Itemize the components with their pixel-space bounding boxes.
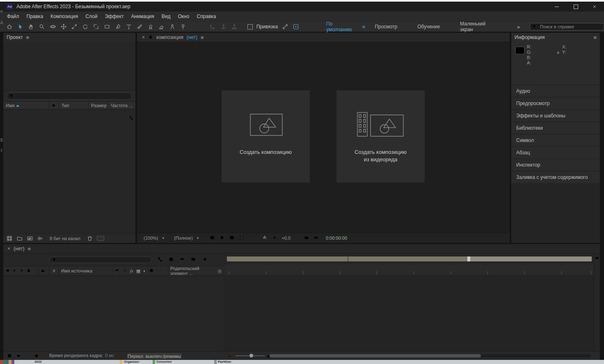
menu-item-layer[interactable]: Слой: [82, 14, 101, 19]
chevron-down-icon[interactable]: ▾: [162, 236, 164, 240]
3d-layer-switch-icon[interactable]: [149, 268, 154, 274]
layer-list-area[interactable]: [3, 276, 224, 352]
dolly-camera-tool-icon[interactable]: [71, 23, 78, 30]
snap-along-edges-icon[interactable]: [281, 23, 288, 30]
menu-item-file[interactable]: Файл: [3, 14, 23, 19]
pan-camera-tool-icon[interactable]: [60, 23, 67, 30]
snapshot-camera-icon[interactable]: [304, 235, 309, 241]
snap-checkbox[interactable]: [247, 24, 253, 30]
zoom-tool-icon[interactable]: [38, 23, 45, 30]
selection-tool-icon[interactable]: [16, 23, 23, 30]
mini-flowchart-icon[interactable]: [157, 256, 163, 263]
lock-icon[interactable]: [26, 268, 31, 274]
panel-tab-audio[interactable]: Аудио: [511, 85, 600, 97]
type-tool-icon[interactable]: [125, 23, 132, 30]
menu-item-effect[interactable]: Эффект: [101, 14, 127, 19]
new-composition-icon[interactable]: [27, 235, 33, 242]
project-search-box[interactable]: [7, 92, 132, 100]
zoom-out-mountain-icon[interactable]: [226, 353, 234, 359]
track-area[interactable]: [224, 275, 594, 352]
timeline-vertical-scrollbar[interactable]: [594, 254, 600, 352]
view-options-icon[interactable]: [249, 235, 254, 241]
video-eye-icon[interactable]: [5, 268, 10, 274]
show-snapshot-icon[interactable]: [313, 235, 319, 241]
column-type[interactable]: Тип: [59, 102, 89, 109]
audio-speaker-icon[interactable]: [12, 268, 17, 274]
roto-brush-tool-icon[interactable]: [169, 23, 176, 30]
timeline-panel-menu-icon[interactable]: ≡: [27, 246, 31, 252]
transparency-grid-icon[interactable]: [229, 235, 235, 241]
column-rate[interactable]: Частота ...: [108, 102, 135, 109]
composition-panel-menu-icon[interactable]: ≡: [201, 34, 204, 41]
frame-blending-icon[interactable]: [190, 256, 196, 263]
project-panel-menu-icon[interactable]: ≡: [26, 34, 30, 41]
expand-layer-switches-icon[interactable]: [6, 353, 13, 359]
comp-marker-bin-icon[interactable]: [595, 255, 599, 261]
new-folder-icon[interactable]: [16, 235, 23, 242]
column-label-color[interactable]: [49, 102, 59, 109]
clone-stamp-tool-icon[interactable]: [147, 23, 154, 30]
hand-tool-icon[interactable]: [27, 23, 34, 30]
workspace-tab-review[interactable]: Просмотр: [375, 24, 397, 30]
rotation-tool-icon[interactable]: [82, 23, 89, 30]
brush-tool-icon[interactable]: [136, 23, 143, 30]
workspace-tab-learn[interactable]: Обучение: [417, 24, 440, 30]
panel-tab-libraries[interactable]: Библиотеки: [511, 122, 600, 134]
time-navigator-handle[interactable]: [467, 256, 470, 261]
timeline-horizontal-scrollbar[interactable]: [269, 354, 591, 357]
interpret-footage-icon[interactable]: [6, 235, 13, 242]
delete-trash-icon[interactable]: [87, 235, 93, 242]
panel-tab-paragraph[interactable]: Абзац: [511, 147, 600, 158]
rectangle-tool-icon[interactable]: [103, 23, 110, 30]
panel-tab-preview[interactable]: Предпросмотр: [511, 98, 600, 109]
menu-item-edit[interactable]: Правка: [23, 14, 47, 19]
exposure-value[interactable]: +0,0: [281, 236, 291, 240]
menu-item-window[interactable]: Окно: [174, 14, 193, 19]
timeline-search-box[interactable]: [49, 256, 152, 263]
magnification-dropdown[interactable]: (100%): [144, 236, 158, 240]
layer-number-column[interactable]: #: [49, 266, 59, 275]
new-composition-from-footage-card[interactable]: Создать композицию из видеоряда: [336, 90, 425, 183]
project-panel-header[interactable]: Проект ≡: [3, 33, 135, 42]
time-navigator-track[interactable]: [470, 256, 592, 261]
info-panel-header[interactable]: Информация ≡: [511, 33, 600, 42]
workspace-tab-small-screen[interactable]: Маленький экран: [460, 21, 499, 32]
workspace-overflow-icon[interactable]: »: [517, 24, 519, 30]
frame-blend-switch-icon[interactable]: ▦: [136, 268, 140, 274]
motion-blur-switch-icon[interactable]: ◐: [143, 268, 146, 273]
puppet-pin-tool-icon[interactable]: [179, 23, 186, 30]
time-ruler[interactable]: [224, 264, 594, 275]
column-name[interactable]: Имя: [3, 102, 49, 109]
time-navigator-bar[interactable]: [227, 256, 467, 261]
menu-item-composition[interactable]: Композиция: [47, 14, 82, 19]
source-name-column[interactable]: Имя источника: [59, 266, 112, 275]
shy-switch-icon[interactable]: [114, 268, 119, 274]
toggle-switches-modes-button[interactable]: Перекл. выключ./режимы: [126, 353, 182, 359]
mask-visibility-icon[interactable]: [219, 235, 225, 241]
close-button[interactable]: [585, 2, 604, 11]
show-channel-icon[interactable]: [262, 235, 268, 241]
help-search-input[interactable]: [539, 24, 602, 30]
current-time-display[interactable]: 0:00:00:00: [326, 236, 347, 240]
info-panel-menu-icon[interactable]: ≡: [593, 34, 597, 41]
pick-whip-icon[interactable]: ◎: [217, 268, 222, 274]
panel-tab-effects-presets[interactable]: Эффекты и шаблоны: [511, 110, 600, 121]
minimize-button[interactable]: [547, 2, 566, 11]
parent-column[interactable]: Родительский элемент ... ◎: [168, 266, 224, 275]
timeline-tab-close-icon[interactable]: ×: [7, 246, 10, 252]
shy-layers-icon[interactable]: [179, 256, 185, 263]
draft-3d-icon[interactable]: [168, 256, 174, 263]
help-search-box[interactable]: [530, 23, 604, 30]
menu-item-animation[interactable]: Анимация: [127, 14, 158, 19]
pan-behind-tool-icon[interactable]: [93, 23, 100, 30]
expand-transfer-controls-icon[interactable]: [15, 353, 22, 359]
solo-icon[interactable]: [19, 268, 24, 274]
project-item-list[interactable]: [3, 110, 135, 234]
project-flowchart-icon[interactable]: [129, 115, 134, 121]
composition-tab-label[interactable]: композиция: [156, 34, 183, 40]
menu-item-help[interactable]: Справка: [193, 14, 220, 19]
snap-options-icon[interactable]: [293, 23, 300, 30]
panel-tab-inspector[interactable]: Инспектор: [511, 159, 600, 171]
new-composition-card[interactable]: Создать композицию: [222, 90, 310, 183]
workspace-menu-icon[interactable]: ≡: [362, 24, 366, 30]
